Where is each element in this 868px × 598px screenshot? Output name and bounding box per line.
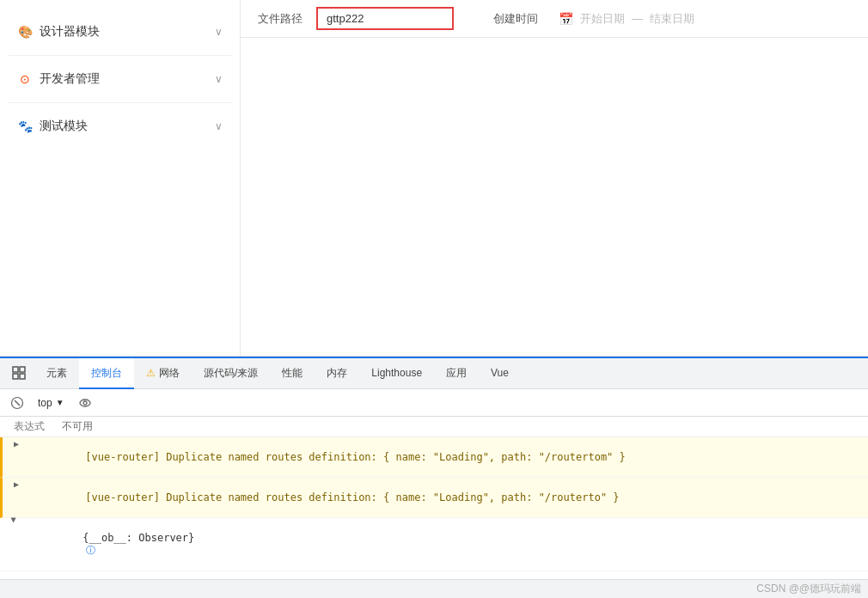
context-dropdown-icon: ▼ <box>56 398 64 407</box>
console-line-object: ▶ {__ob__: Observer} ⓘ <box>0 518 868 571</box>
collapse-arrow-icon[interactable]: ▶ <box>9 518 19 532</box>
content-area: 文件路径 创建时间 📅 开始日期 — 结束日期 <box>241 0 868 356</box>
start-date-placeholder: 开始日期 <box>580 11 625 27</box>
console-line: ▶ [vue-router] Duplicate named routes de… <box>0 437 868 478</box>
clear-console-button[interactable] <box>7 394 28 412</box>
svg-point-7 <box>83 401 87 405</box>
not-available-label: 不可用 <box>55 418 100 436</box>
console-text: [vue-router] Duplicate named routes defi… <box>23 479 861 516</box>
file-path-input[interactable] <box>316 7 454 30</box>
csdn-watermark: CSDN @@德玛玩前端 <box>756 582 861 596</box>
end-date-placeholder: 结束日期 <box>650 11 694 27</box>
date-range: 📅 开始日期 — 结束日期 <box>559 11 694 27</box>
devtools-inspect-icon[interactable] <box>3 358 34 389</box>
svg-rect-1 <box>20 367 25 372</box>
sidebar-item-test[interactable]: 🐾 测试模块 ∨ <box>0 103 240 150</box>
devtools-toolbar: top ▼ <box>0 389 868 417</box>
tab-vue[interactable]: Vue <box>479 358 521 389</box>
developer-icon: ⊙ <box>17 71 33 87</box>
test-icon: 🐾 <box>17 119 33 134</box>
devtools-panel: 元素 控制台 ⚠ 网络 源代码/来源 性能 内存 Lighthouse 应用 <box>0 357 868 598</box>
app-top: 🎨 设计器模块 ∨ ⊙ 开发者管理 ∨ 🐾 测试模块 <box>0 0 868 357</box>
tab-memory[interactable]: 内存 <box>315 358 359 389</box>
console-input[interactable] <box>102 394 861 411</box>
expression-status: 表达式 不可用 <box>0 417 868 437</box>
console-text-obj: {__ob__: Observer} ⓘ <box>21 520 861 569</box>
tab-console[interactable]: 控制台 <box>79 358 134 389</box>
sidebar-item-designer-label: 🎨 设计器模块 <box>17 24 100 40</box>
context-selector[interactable]: top ▼ <box>34 395 68 411</box>
eye-button[interactable] <box>75 394 95 412</box>
sidebar-item-developer[interactable]: ⊙ 开发者管理 ∨ <box>0 56 240 102</box>
devtools-tabs: 元素 控制台 ⚠ 网络 源代码/来源 性能 内存 Lighthouse 应用 <box>0 358 868 389</box>
designer-chevron-icon: ∨ <box>215 26 223 38</box>
svg-rect-0 <box>13 367 18 372</box>
file-path-label: 文件路径 <box>258 11 303 27</box>
console-line: ▶ [vue-router] Duplicate named routes de… <box>0 478 868 518</box>
test-chevron-icon: ∨ <box>215 120 223 132</box>
top-toolbar: 文件路径 创建时间 📅 开始日期 — 结束日期 <box>241 0 868 38</box>
expand-arrow-icon[interactable]: ▶ <box>9 479 23 489</box>
tab-lighthouse[interactable]: Lighthouse <box>359 358 434 389</box>
svg-point-6 <box>80 400 90 406</box>
tab-sources[interactable]: 源代码/来源 <box>192 358 270 389</box>
sidebar-item-test-label: 🐾 测试模块 <box>17 119 88 134</box>
sidebar-item-designer[interactable]: 🎨 设计器模块 ∨ <box>0 9 240 55</box>
tab-network[interactable]: ⚠ 网络 <box>134 358 192 389</box>
no-arrow-spacer <box>21 573 34 579</box>
create-time-label: 创建时间 <box>493 11 538 27</box>
date-dash: — <box>632 12 643 25</box>
sidebar-item-developer-label: ⊙ 开发者管理 <box>17 71 100 87</box>
console-text-pageno: pageNo: (…) <box>34 573 861 579</box>
console-line-pageno: pageNo: (…) <box>0 571 868 579</box>
svg-line-5 <box>15 400 20 406</box>
devtools-status-bar: CSDN @@德玛玩前端 <box>0 579 868 598</box>
devtools-console: ▶ [vue-router] Duplicate named routes de… <box>0 437 868 579</box>
designer-icon: 🎨 <box>17 24 33 40</box>
tab-application[interactable]: 应用 <box>434 358 479 389</box>
context-label: top <box>38 397 52 409</box>
warning-icon: ⚠ <box>146 367 156 379</box>
svg-rect-3 <box>20 374 25 379</box>
app-container: 🎨 设计器模块 ∨ ⊙ 开发者管理 ∨ 🐾 测试模块 <box>0 0 868 598</box>
expand-arrow-icon[interactable]: ▶ <box>9 439 23 448</box>
expression-label: 表达式 <box>7 418 52 436</box>
developer-chevron-icon: ∨ <box>215 73 223 85</box>
calendar-icon: 📅 <box>559 12 573 26</box>
svg-rect-2 <box>13 374 18 379</box>
tab-elements[interactable]: 元素 <box>34 358 79 389</box>
console-text: [vue-router] Duplicate named routes defi… <box>23 439 861 475</box>
tab-performance[interactable]: 性能 <box>270 358 315 389</box>
sidebar: 🎨 设计器模块 ∨ ⊙ 开发者管理 ∨ 🐾 测试模块 <box>0 0 241 356</box>
